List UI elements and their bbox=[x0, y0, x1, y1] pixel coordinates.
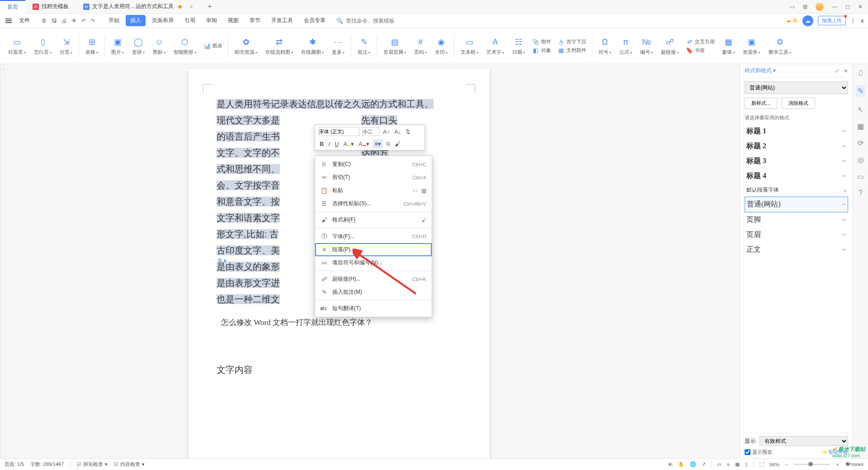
qat-redo-icon[interactable]: ↷ bbox=[90, 18, 95, 24]
qat-save-icon[interactable]: 🖫 bbox=[52, 18, 57, 24]
status-more-icon[interactable]: �также bbox=[845, 461, 863, 467]
layout2-icon[interactable]: ⊞ bbox=[803, 4, 807, 10]
qat-preview-icon[interactable]: 👁 bbox=[71, 18, 77, 24]
outline-indicator[interactable]: 🗎 ▸ bbox=[217, 257, 227, 263]
mini-fontcolor-icon[interactable]: A▾ bbox=[358, 141, 370, 147]
menu-tab-0[interactable]: 开始 bbox=[104, 15, 124, 26]
view-outline-icon[interactable]: ≡ bbox=[727, 462, 730, 467]
menu-tab-4[interactable]: 审阅 bbox=[202, 15, 222, 26]
command-search[interactable]: 🔍 bbox=[336, 18, 414, 24]
status-words[interactable]: 字数: 289/1467 bbox=[30, 461, 64, 468]
ribbon-在线脑图[interactable]: ✱在线脑图 bbox=[297, 36, 327, 56]
style-页脚[interactable]: 页脚↵ bbox=[745, 212, 848, 227]
panel-close-icon[interactable]: ✕ bbox=[844, 68, 848, 74]
ribbon-符号[interactable]: Ω符号 bbox=[595, 36, 615, 56]
ctx-格式刷(F)[interactable]: 🖌格式刷(F)🖌 bbox=[315, 213, 432, 226]
style-默认段落字体[interactable]: 默认段落字体a bbox=[745, 183, 848, 197]
ribbon-编号[interactable]: №编号 bbox=[637, 36, 656, 56]
upload-button[interactable]: 拖拽上传 bbox=[818, 16, 846, 25]
ribbon-智能图形[interactable]: ⬡智能图形 bbox=[170, 36, 200, 56]
ribbon-图标[interactable]: ☺图标 bbox=[149, 36, 169, 56]
ribbon-分页[interactable]: ⇲分页 bbox=[56, 36, 76, 56]
status-lang-icon[interactable]: 🌐 bbox=[690, 461, 696, 467]
cloud-status[interactable]: ☁ 有 bbox=[786, 17, 798, 24]
ribbon-在线流程图[interactable]: ⇄在线流程图 bbox=[262, 36, 297, 56]
tab-home[interactable]: 首页 bbox=[0, 0, 25, 14]
ribbon-表格[interactable]: ⊞表格 bbox=[82, 36, 102, 56]
ribbon-页眉页脚[interactable]: ▤页眉页脚 bbox=[380, 36, 410, 56]
menu-tab-3[interactable]: 引用 bbox=[180, 15, 200, 26]
mini-increase-icon[interactable]: A↑ bbox=[382, 128, 391, 135]
maximize-icon[interactable]: ◻ bbox=[845, 4, 850, 10]
ribbon-教学工具[interactable]: ⚙教学工具 bbox=[765, 36, 795, 56]
menu-tab-7[interactable]: 开发工具 bbox=[267, 15, 297, 26]
ribbon-图片[interactable]: ▣图片 bbox=[108, 36, 127, 56]
ctx-项目符号和编号(N)...[interactable]: ≔项目符号和编号(N)... bbox=[315, 256, 432, 269]
side-help-icon[interactable]: ? bbox=[859, 189, 863, 197]
ribbon-空白页[interactable]: ▯空白页 bbox=[30, 36, 55, 56]
search-input[interactable] bbox=[346, 18, 414, 24]
ribbon-object[interactable]: ◧对象 bbox=[532, 47, 551, 54]
side-clipboard-icon[interactable]: ▦ bbox=[857, 122, 864, 131]
cloud-sync-icon[interactable]: ☁ bbox=[802, 15, 813, 26]
minimize-icon[interactable]: — bbox=[832, 4, 837, 10]
qat-open-icon[interactable]: 🗎 bbox=[42, 18, 47, 24]
view-page-icon[interactable]: ▭ bbox=[717, 461, 722, 467]
ribbon-attachment[interactable]: 📎附件 bbox=[532, 38, 551, 45]
menu-tab-5[interactable]: 视图 bbox=[223, 15, 243, 26]
ctx-复制(C)[interactable]: ⎘复制(C)Ctrl+C bbox=[315, 158, 432, 171]
ribbon-chart[interactable]: 📊图表 bbox=[203, 42, 222, 49]
mini-font-size[interactable] bbox=[362, 127, 379, 136]
view-read-icon[interactable]: ▯ bbox=[745, 461, 748, 467]
ribbon-超链接[interactable]: ☍超链接 bbox=[657, 36, 682, 56]
ribbon-资源夹[interactable]: ▣资源夹 bbox=[739, 36, 764, 56]
ctx-超链接(H)...[interactable]: ☍超链接(H)...Ctrl+K bbox=[315, 273, 432, 286]
qat-undo-icon[interactable]: ↶ bbox=[81, 18, 86, 24]
ctx-短句翻译(T)[interactable]: ⇆短句翻译(T)▶ bbox=[315, 302, 432, 315]
ctx-粘贴[interactable]: 📋粘贴▭▦ bbox=[315, 184, 432, 197]
mini-copy-icon[interactable]: ⎘ bbox=[386, 141, 391, 147]
side-pointer-icon[interactable]: ↖ bbox=[858, 105, 863, 114]
zoom-in-icon[interactable]: ＋ bbox=[835, 461, 840, 468]
style-页眉[interactable]: 页眉↵ bbox=[745, 227, 848, 242]
clear-format-button[interactable]: 清除格式 bbox=[782, 98, 815, 109]
ribbon-稻壳资源[interactable]: ✿稻壳资源 bbox=[231, 36, 261, 56]
zoom-out-icon[interactable]: − bbox=[785, 462, 788, 467]
ctx-字体(F)...[interactable]: Ⓣ字体(F)...Ctrl+D bbox=[315, 230, 432, 243]
qat-print-icon[interactable]: 🖨 bbox=[61, 18, 67, 24]
zoom-value[interactable]: 84% bbox=[769, 462, 779, 467]
ribbon-公式[interactable]: π公式 bbox=[616, 36, 636, 56]
new-tab-button[interactable]: ＋ bbox=[202, 0, 218, 14]
ribbon-形状[interactable]: ◯形状 bbox=[128, 36, 148, 56]
mini-highlight-icon[interactable]: A▾ bbox=[342, 141, 355, 147]
mini-font-name[interactable] bbox=[319, 127, 359, 136]
menu-tab-1[interactable]: 插入 bbox=[126, 15, 146, 26]
ribbon-文本框[interactable]: ▭文本框 bbox=[457, 36, 482, 56]
tab-templates[interactable]: D找稻壳模板 bbox=[25, 0, 76, 14]
menu-tab-2[interactable]: 页面布局 bbox=[147, 15, 178, 26]
side-select-icon[interactable]: ⬯ bbox=[859, 69, 863, 77]
more-icon[interactable]: ⋮ bbox=[850, 18, 856, 24]
ribbon-bookmark[interactable]: 🔖书签 bbox=[686, 47, 715, 54]
panel-pin-icon[interactable]: ⤢ bbox=[835, 68, 839, 74]
status-eye-icon[interactable]: 👁 bbox=[668, 462, 673, 467]
tab-document[interactable]: W文字是人类用符…远的方式和工具＋ bbox=[76, 0, 202, 14]
ctx-选择性粘贴(S)...[interactable]: ☰选择性粘贴(S)...Ctrl+Alt+V bbox=[315, 197, 432, 210]
style-标题 4[interactable]: 标题 4↵ bbox=[745, 169, 848, 183]
zoom-slider[interactable] bbox=[793, 464, 830, 465]
style-标题 1[interactable]: 标题 1↵ bbox=[745, 124, 848, 139]
ctx-剪切(T)[interactable]: ✂剪切(T)Ctrl+X bbox=[315, 171, 432, 184]
style-正文[interactable]: 正文↵ bbox=[745, 242, 848, 257]
mini-align-icon[interactable]: ≡▾ bbox=[373, 140, 383, 148]
ribbon-dropcap[interactable]: A̲首字下沉 bbox=[557, 38, 586, 45]
preview-checkbox[interactable]: 显示预览 bbox=[745, 449, 772, 456]
ribbon-更多[interactable]: ⋯更多 bbox=[328, 36, 348, 56]
close-icon[interactable]: ＋ bbox=[188, 3, 194, 11]
ribbon-水印[interactable]: ◉水印 bbox=[431, 36, 451, 56]
ribbon-页码[interactable]: #页码 bbox=[410, 36, 430, 56]
ribbon-艺术字[interactable]: A艺术字 bbox=[483, 36, 508, 56]
mini-underline-icon[interactable]: U bbox=[334, 141, 340, 147]
chevron-down-icon[interactable]: ∧ bbox=[860, 18, 864, 24]
new-style-button[interactable]: 新样式... bbox=[745, 98, 777, 109]
file-menu[interactable]: 文件 bbox=[16, 17, 33, 24]
